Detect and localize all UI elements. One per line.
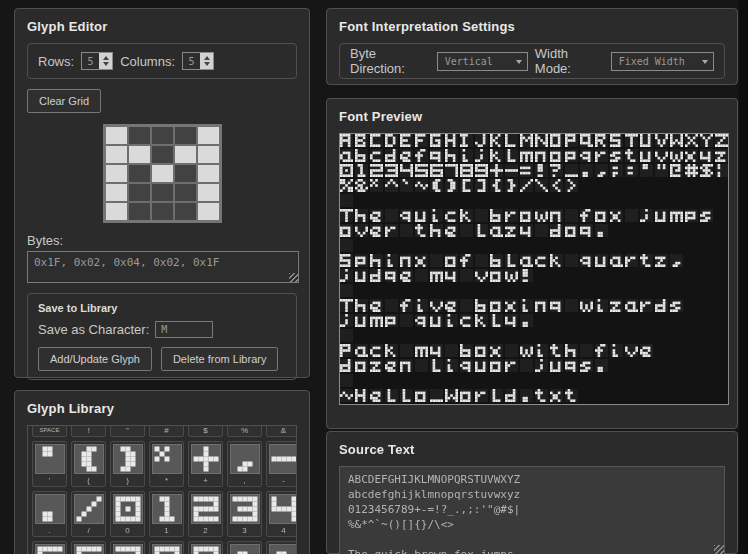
glyph-tile-preview <box>74 444 104 474</box>
glyph-tile-label: + <box>203 476 208 485</box>
grid-cell[interactable] <box>198 184 219 201</box>
grid-cell[interactable] <box>198 146 219 163</box>
glyph-library-tile[interactable]: ' <box>32 441 67 487</box>
glyph-library-tile[interactable]: 5 <box>32 541 67 554</box>
glyph-tile-preview <box>74 544 104 554</box>
glyph-library-tile[interactable]: * <box>149 441 184 487</box>
glyph-library-tile[interactable]: 4 <box>266 491 297 537</box>
glyph-library-tile[interactable]: " <box>110 425 145 437</box>
source-text-input[interactable]: ABCDEFGHIJKLMNOPQRSTUVWXYZ abcdefghijklm… <box>339 466 725 554</box>
font-settings-controls: Byte Direction: Vertical Width Mode: Fix… <box>339 43 725 79</box>
glyph-editor-grid[interactable] <box>103 124 222 223</box>
glyph-library-tile[interactable]: ) <box>110 441 145 487</box>
grid-cell[interactable] <box>175 146 196 163</box>
grid-cell[interactable] <box>152 127 173 144</box>
glyph-tile-preview <box>74 494 104 524</box>
glyph-library-panel: Glyph Library SPACE!"#$%&'()*+,-./012345… <box>14 390 310 554</box>
glyph-library-tile[interactable]: , <box>227 441 262 487</box>
byte-direction-select[interactable]: Vertical <box>437 52 528 71</box>
font-settings-title: Font Interpretation Settings <box>339 19 725 34</box>
glyph-library-tile[interactable]: SPACE <box>32 425 67 437</box>
grid-cell[interactable] <box>106 203 127 220</box>
glyph-library-tile[interactable]: 0 <box>110 491 145 537</box>
spin-up-icon[interactable] <box>204 56 210 60</box>
grid-cell[interactable] <box>129 203 150 220</box>
glyph-library-tile[interactable]: / <box>71 491 106 537</box>
glyph-library-tile[interactable]: - <box>266 441 297 487</box>
glyph-editor-title: Glyph Editor <box>27 19 297 34</box>
glyph-library-title: Glyph Library <box>27 401 297 416</box>
glyph-library-tile[interactable]: 2 <box>188 491 223 537</box>
spin-down-icon[interactable] <box>204 62 210 66</box>
grid-cell[interactable] <box>175 203 196 220</box>
save-char-input[interactable] <box>155 321 213 338</box>
glyph-library-tile[interactable]: 1 <box>149 491 184 537</box>
glyph-tile-preview <box>269 444 298 474</box>
glyph-library-tile[interactable]: : <box>227 541 262 554</box>
glyph-tile-label: 1 <box>164 526 168 535</box>
glyph-library-tile[interactable]: $ <box>188 425 223 437</box>
glyph-library-tile[interactable]: ! <box>71 425 106 437</box>
save-to-library-group: Save to Library Save as Character: Add/U… <box>27 293 297 380</box>
font-preview-title: Font Preview <box>339 109 725 124</box>
grid-cell[interactable] <box>152 203 173 220</box>
glyph-library-tile[interactable]: ; <box>266 541 297 554</box>
width-mode-select[interactable]: Fixed Width <box>611 52 714 71</box>
rows-value: 5 <box>82 53 99 69</box>
glyph-library-tile[interactable]: 3 <box>227 491 262 537</box>
rows-stepper[interactable]: 5 <box>81 52 113 70</box>
glyph-tile-label: . <box>48 526 50 535</box>
glyph-tile-label: * <box>165 476 168 485</box>
grid-cell[interactable] <box>106 146 127 163</box>
glyph-tile-label: - <box>282 476 285 485</box>
grid-cell[interactable] <box>198 203 219 220</box>
source-text-title: Source Text <box>339 442 725 457</box>
pixel-grid-wrapper <box>27 124 297 223</box>
glyph-library-grid: SPACE!"#$%&'()*+,-./0123456789:; <box>32 425 292 554</box>
glyph-tile-preview <box>35 444 65 474</box>
glyph-tile-label: 0 <box>125 526 129 535</box>
grid-cell[interactable] <box>129 146 150 163</box>
grid-cell[interactable] <box>106 165 127 182</box>
spin-down-icon[interactable] <box>103 62 109 66</box>
glyph-library-tile[interactable]: 7 <box>110 541 145 554</box>
columns-stepper[interactable]: 5 <box>182 52 214 70</box>
glyph-library-tile[interactable]: & <box>266 425 297 437</box>
clear-grid-button[interactable]: Clear Grid <box>27 89 101 113</box>
delete-from-library-button[interactable]: Delete from Library <box>161 347 279 371</box>
grid-cell[interactable] <box>175 127 196 144</box>
grid-cell[interactable] <box>152 184 173 201</box>
grid-cell[interactable] <box>106 184 127 201</box>
grid-cell[interactable] <box>175 184 196 201</box>
glyph-tile-preview <box>191 444 221 474</box>
glyph-library-scroll-area[interactable]: SPACE!"#$%&'()*+,-./0123456789:; <box>27 425 297 554</box>
spin-up-icon[interactable] <box>103 56 109 60</box>
grid-cell[interactable] <box>152 165 173 182</box>
grid-cell[interactable] <box>129 184 150 201</box>
glyph-library-tile[interactable]: 8 <box>149 541 184 554</box>
save-char-label: Save as Character: <box>38 322 149 337</box>
glyph-library-tile[interactable]: 6 <box>71 541 106 554</box>
glyph-library-tile[interactable]: % <box>227 425 262 437</box>
grid-cell[interactable] <box>106 127 127 144</box>
columns-spin-buttons[interactable] <box>200 53 213 69</box>
add-update-glyph-button[interactable]: Add/Update Glyph <box>38 347 152 371</box>
glyph-tile-preview <box>152 444 182 474</box>
rows-spin-buttons[interactable] <box>99 53 112 69</box>
glyph-library-tile[interactable]: ( <box>71 441 106 487</box>
bytes-output[interactable]: 0x1F, 0x02, 0x04, 0x02, 0x1F <box>27 251 299 283</box>
glyph-tile-preview <box>230 544 260 554</box>
glyph-library-tile[interactable]: + <box>188 441 223 487</box>
grid-cell[interactable] <box>198 165 219 182</box>
grid-cell[interactable] <box>129 127 150 144</box>
glyph-library-tile[interactable]: . <box>32 491 67 537</box>
glyph-tile-preview <box>152 494 182 524</box>
grid-cell[interactable] <box>175 165 196 182</box>
glyph-library-tile[interactable]: # <box>149 425 184 437</box>
grid-cell[interactable] <box>152 146 173 163</box>
grid-cell[interactable] <box>198 127 219 144</box>
glyph-editor-panel: Glyph Editor Rows: 5 Columns: 5 Clear Gr… <box>14 8 310 378</box>
glyph-library-tile[interactable]: 9 <box>188 541 223 554</box>
glyph-tile-label: % <box>241 426 248 435</box>
grid-cell[interactable] <box>129 165 150 182</box>
